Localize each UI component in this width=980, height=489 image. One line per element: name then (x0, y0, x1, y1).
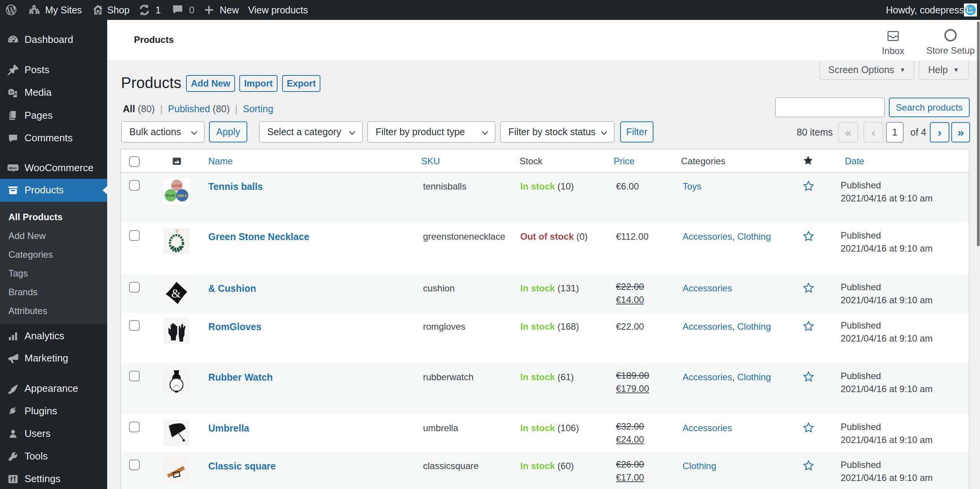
svg-text:PLAY: PLAY (166, 194, 175, 198)
svg-text:&: & (172, 286, 181, 300)
svg-text:SMILE: SMILE (177, 194, 187, 198)
svg-text:Woo: Woo (9, 165, 17, 170)
svg-text:LOVE: LOVE (172, 184, 182, 188)
